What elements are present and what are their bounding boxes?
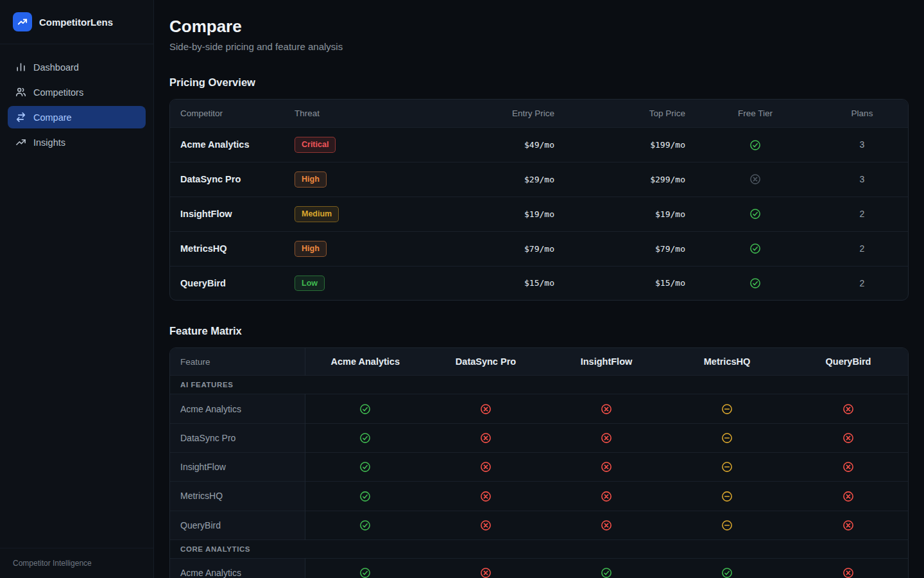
pricing-row: MetricsHQHigh$79/mo$79/mo2 <box>170 231 909 266</box>
x-circle-icon <box>601 461 612 473</box>
minus-circle-icon <box>721 432 733 444</box>
feature-status <box>787 452 909 481</box>
plans-count: 2 <box>815 231 909 266</box>
competitor-name: QueryBird <box>170 266 284 300</box>
x-circle-icon <box>843 491 854 502</box>
matrix-header-row: FeatureAcme AnalyticsDataSync ProInsight… <box>170 348 909 376</box>
sidebar-item-competitors[interactable]: Competitors <box>8 81 146 103</box>
feature-group-header: CORE ANALYTICS <box>170 539 909 558</box>
feature-name: DataSync Pro <box>170 423 305 452</box>
feature-status <box>305 558 425 578</box>
feature-status <box>787 423 909 452</box>
sidebar-nav: DashboardCompetitorsCompareInsights <box>0 44 153 548</box>
x-circle-icon <box>480 520 492 531</box>
entry-price: $29/mo <box>454 162 565 197</box>
feature-name: Acme Analytics <box>170 558 305 578</box>
x-circle-icon <box>601 491 612 502</box>
feature-status <box>425 423 546 452</box>
check-circle-icon <box>359 432 371 444</box>
free-tier-status <box>696 128 815 162</box>
app-logo-icon <box>13 12 32 31</box>
x-circle-icon <box>843 461 854 473</box>
feature-row: Acme Analytics <box>170 558 909 578</box>
feature-status <box>425 452 546 481</box>
sidebar-item-label: Compare <box>33 112 72 123</box>
feature-status <box>305 423 425 452</box>
sidebar-footer-label: Competitor Intelligence <box>0 548 153 578</box>
feature-status <box>546 452 667 481</box>
compare-icon <box>15 112 26 123</box>
sidebar-item-label: Competitors <box>33 87 83 98</box>
threat-badge: High <box>295 171 327 188</box>
feature-matrix-table: FeatureAcme AnalyticsDataSync ProInsight… <box>170 348 909 578</box>
check-circle-icon <box>749 243 761 254</box>
matrix-column-header: InsightFlow <box>546 348 667 376</box>
plans-count: 2 <box>815 197 909 231</box>
threat-cell: Critical <box>284 128 454 162</box>
app-name: CompetitorLens <box>39 17 113 28</box>
x-circle-icon <box>480 403 492 415</box>
feature-status <box>546 423 667 452</box>
feature-status <box>546 394 667 423</box>
feature-row: InsightFlow <box>170 452 909 481</box>
feature-status <box>305 394 425 423</box>
sidebar: CompetitorLens DashboardCompetitorsCompa… <box>0 0 154 578</box>
feature-status <box>787 558 909 578</box>
feature-status <box>305 482 425 511</box>
feature-status <box>425 511 546 539</box>
x-circle-icon <box>601 403 612 415</box>
x-circle-icon <box>480 567 492 578</box>
feature-status <box>425 558 546 578</box>
feature-status <box>546 511 667 539</box>
threat-badge: Medium <box>295 206 339 222</box>
pricing-column-header: Plans <box>815 100 909 128</box>
top-price: $19/mo <box>565 197 696 231</box>
threat-badge: Critical <box>295 137 336 153</box>
feature-name: MetricsHQ <box>170 482 305 511</box>
check-circle-icon <box>359 491 371 502</box>
feature-status <box>667 394 787 423</box>
competitor-name: InsightFlow <box>170 197 284 231</box>
competitor-name: DataSync Pro <box>170 162 284 197</box>
check-circle-icon <box>721 567 733 578</box>
feature-status <box>425 394 546 423</box>
feature-status <box>787 482 909 511</box>
feature-group-label: AI FEATURES <box>170 376 909 394</box>
feature-row: DataSync Pro <box>170 423 909 452</box>
top-price: $79/mo <box>565 231 696 266</box>
top-price: $299/mo <box>565 162 696 197</box>
trending-up-icon <box>15 137 26 148</box>
free-tier-status <box>696 162 815 197</box>
pricing-column-header: Entry Price <box>454 100 565 128</box>
pricing-row: InsightFlowMedium$19/mo$19/mo2 <box>170 197 909 231</box>
check-circle-icon <box>601 567 612 578</box>
competitor-name: MetricsHQ <box>170 231 284 266</box>
pricing-row: QueryBirdLow$15/mo$15/mo2 <box>170 266 909 300</box>
pricing-column-header: Competitor <box>170 100 284 128</box>
sidebar-item-label: Insights <box>33 137 65 148</box>
feature-status <box>667 452 787 481</box>
pricing-table: CompetitorThreatEntry PriceTop PriceFree… <box>170 100 909 300</box>
sidebar-item-dashboard[interactable]: Dashboard <box>8 56 146 78</box>
pricing-table-card: CompetitorThreatEntry PriceTop PriceFree… <box>169 99 909 301</box>
feature-status <box>667 511 787 539</box>
bar-chart-icon <box>15 62 26 73</box>
threat-badge: Low <box>295 276 325 292</box>
minus-circle-icon <box>721 461 733 473</box>
x-circle-icon <box>843 403 854 415</box>
feature-matrix-heading: Feature Matrix <box>169 325 909 337</box>
minus-circle-icon <box>721 403 733 415</box>
check-circle-icon <box>359 520 371 531</box>
feature-row: Acme Analytics <box>170 394 909 423</box>
feature-group-header: AI FEATURES <box>170 376 909 394</box>
feature-row: QueryBird <box>170 511 909 539</box>
top-price: $15/mo <box>565 266 696 300</box>
sidebar-item-insights[interactable]: Insights <box>8 131 146 153</box>
feature-group-label: CORE ANALYTICS <box>170 539 909 558</box>
x-circle-icon <box>843 520 854 531</box>
check-circle-icon <box>359 461 371 473</box>
sidebar-item-compare[interactable]: Compare <box>8 106 146 128</box>
check-circle-icon <box>359 567 371 578</box>
minus-circle-icon <box>721 491 733 502</box>
feature-status <box>425 482 546 511</box>
